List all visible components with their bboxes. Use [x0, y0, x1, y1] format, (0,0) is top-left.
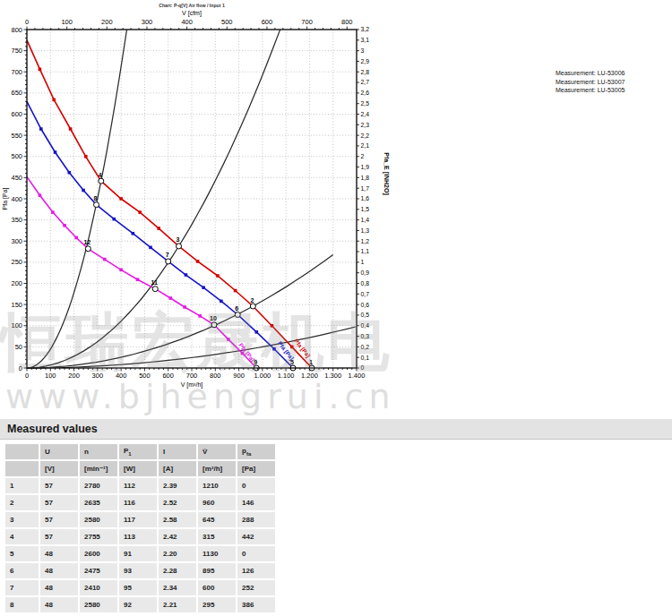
bottom-axis-tick-label: 300 [92, 372, 104, 380]
top-axis-tick-label: 0 [25, 18, 29, 26]
measured-point-circle [94, 202, 99, 208]
measured-point-number: 10 [210, 315, 217, 321]
right-axis-tick-label: 2,3 [361, 122, 370, 128]
section-title: Measured values [7, 423, 98, 435]
left-axis-tick-label: 50 [15, 343, 22, 351]
curve-square-marker [39, 127, 43, 131]
right-axis-tick-label: 0,4 [361, 322, 370, 329]
measured-point-number: 9 [254, 359, 257, 365]
column-header: V̇ [198, 444, 236, 459]
right-axis-tick-label: 3,2 [361, 26, 370, 32]
table-cell: 93 [119, 563, 157, 578]
table-cell: 2.52 [159, 495, 196, 510]
table-row: 7482410952.34600252 [5, 580, 275, 595]
curve-square-marker [52, 98, 56, 102]
table-cell: 2600 [80, 546, 117, 561]
measured-point-number: 1 [309, 359, 313, 365]
column-header: n [80, 444, 117, 459]
right-axis-tick-label: 0,2 [361, 344, 370, 350]
right-axis-tick-label: 0 [361, 364, 365, 371]
table-cell: 386 [237, 597, 275, 612]
legend-item: Measurement: LU-53007 [556, 78, 625, 87]
table-row: 5482600912.2011300 [5, 546, 275, 561]
table-cell: 0 [237, 546, 275, 561]
right-axis-tick-label: 1,8 [361, 175, 370, 181]
curve-square-marker [220, 300, 223, 304]
measured-point-number: 7 [166, 252, 169, 258]
top-axis-tick-label: 300 [142, 18, 153, 26]
table-cell: 2.39 [159, 478, 196, 493]
column-unit: [min⁻¹] [80, 461, 117, 476]
table-cell: 112 [119, 478, 157, 493]
legend-item: Measurement: LU-53005 [556, 86, 625, 95]
table-cell: 0 [237, 478, 275, 493]
column-header: P1 [119, 444, 157, 459]
table-cell: 600 [198, 580, 236, 595]
left-axis-tick-label: 250 [11, 258, 22, 266]
measured-point-circle [211, 322, 217, 328]
curve-square-marker [63, 224, 66, 227]
left-axis-tick-label: 300 [11, 237, 22, 245]
top-axis-title: V [cfm] [182, 10, 202, 17]
bottom-axis-tick-label: 1.300 [324, 372, 341, 380]
curve-square-marker [138, 210, 142, 214]
table-cell: 288 [237, 512, 275, 527]
top-axis-tick-label: 500 [221, 18, 233, 26]
right-axis-tick-label: 2,8 [361, 69, 370, 75]
measured-point-number: 3 [177, 236, 180, 243]
right-axis-tick-label: 0,9 [361, 270, 370, 276]
table-cell: 48 [40, 563, 78, 578]
table-cell: 252 [237, 580, 275, 595]
curve-square-marker [169, 296, 173, 300]
table-row: 25726351162.52960146 [5, 495, 275, 510]
top-axis-tick-label: 800 [341, 18, 353, 26]
curve-square-marker [112, 218, 116, 221]
top-axis-tick-label: 600 [262, 18, 273, 26]
curve-square-marker [183, 305, 186, 309]
left-axis-title: Pfa [Pa] [2, 187, 9, 210]
left-axis-tick-label: 450 [11, 174, 22, 182]
bottom-axis-tick-label: 1.100 [278, 372, 295, 380]
curve-square-marker [202, 286, 205, 289]
table-cell: 146 [237, 495, 275, 510]
curve-square-marker [157, 227, 160, 230]
right-axis-tick-label: 2,4 [361, 111, 370, 117]
curve-square-marker [254, 330, 258, 334]
measured-point-number: 4 [99, 172, 102, 178]
table-cell: 113 [119, 529, 157, 544]
curve-square-marker [131, 232, 134, 235]
curve-square-marker [54, 150, 57, 154]
measured-point-circle [166, 259, 171, 264]
bottom-axis-tick-label: 200 [68, 372, 80, 380]
left-axis-tick-label: 600 [11, 110, 22, 118]
table-cell: 2.58 [159, 512, 196, 527]
curve-name-label: Pfa [Pa] [292, 338, 311, 359]
measured-point-number: 2 [250, 297, 254, 304]
left-axis-tick-label: 150 [11, 301, 22, 309]
table-cell: 2635 [80, 495, 117, 510]
table-cell: 92 [119, 597, 157, 612]
top-axis-tick-label: 100 [61, 18, 73, 26]
curve-square-marker [39, 193, 42, 197]
bottom-axis-tick-label: 400 [116, 372, 127, 380]
table-cell: 4 [5, 529, 39, 544]
column-unit: [V] [40, 461, 78, 476]
curve-square-marker [227, 338, 230, 341]
right-axis-tick-label: 1,9 [361, 164, 370, 170]
right-axis-tick-label: 0,7 [361, 291, 370, 297]
curve-square-marker [185, 273, 188, 277]
left-axis-tick-label: 0 [19, 364, 22, 372]
left-axis-tick-label: 650 [11, 89, 22, 97]
table-cell: 126 [237, 563, 275, 578]
curve-square-marker [216, 274, 220, 278]
right-axis-tick-label: 2,2 [361, 133, 370, 139]
table-cell: 5 [5, 546, 39, 561]
curve-square-marker [69, 127, 73, 131]
table-cell: 117 [119, 512, 157, 527]
left-axis-tick-label: 700 [11, 68, 22, 76]
bottom-axis-tick-label: 800 [210, 372, 221, 380]
column-header: U [40, 444, 78, 459]
fan-curve-1 [27, 101, 293, 368]
table-cell: 645 [198, 512, 236, 527]
table-cell: 116 [119, 495, 157, 510]
